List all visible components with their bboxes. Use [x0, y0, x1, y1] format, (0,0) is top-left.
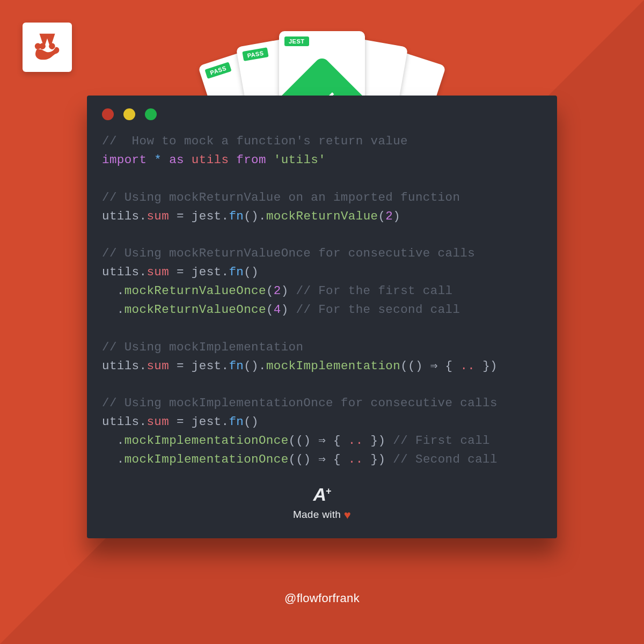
- code-dots: ..: [348, 434, 363, 448]
- code-obj: utils: [102, 265, 140, 279]
- code-string: 'utils': [274, 153, 326, 167]
- code-arrow: () ⇒ {: [408, 359, 460, 373]
- code-keyword: from: [236, 153, 266, 167]
- code-number: 2: [274, 284, 281, 298]
- code-number: 4: [274, 303, 281, 317]
- code-dots: ..: [348, 452, 363, 466]
- code-method: mockImplementationOnce: [125, 452, 289, 466]
- close-dot-icon: [102, 108, 114, 120]
- jest-icon: [31, 31, 64, 64]
- maximize-dot-icon: [145, 108, 157, 120]
- code-method: mockImplementationOnce: [125, 434, 289, 448]
- code-comment: // First call: [385, 434, 490, 448]
- code-ident: utils: [192, 153, 229, 167]
- code-comment: // For the first call: [289, 284, 453, 298]
- code-punct: }): [363, 452, 386, 466]
- editor-footer: A+ Made with ♥: [87, 484, 557, 522]
- code-punct: }): [363, 434, 386, 448]
- pass-badge: PASS: [204, 62, 231, 79]
- code-prop: sum: [147, 415, 169, 429]
- code-comment: // Second call: [385, 452, 497, 466]
- code-method: mockReturnValueOnce: [125, 284, 266, 298]
- code-arrow: (() ⇒ {: [289, 434, 348, 448]
- code-dots: ..: [460, 359, 475, 373]
- window-traffic-lights: [87, 96, 557, 126]
- code-obj: utils: [102, 415, 140, 429]
- code-method: mockReturnValue: [266, 209, 378, 223]
- jest-logo-badge: [23, 23, 72, 72]
- code-arrow: (() ⇒ {: [289, 452, 348, 466]
- code-op: *: [154, 153, 162, 167]
- code-obj: jest: [192, 415, 222, 429]
- code-obj: utils: [102, 209, 140, 223]
- jest-badge: JEST: [284, 36, 309, 46]
- code-comment: // How to mock a function's return value: [102, 134, 408, 148]
- pass-badge: PASS: [242, 47, 269, 61]
- code-editor-window: // How to mock a function's return value…: [87, 96, 557, 538]
- code-comment: // Using mockReturnValueOnce for consecu…: [102, 246, 475, 260]
- code-fn: fn: [229, 265, 244, 279]
- code-punct: }): [475, 359, 497, 373]
- code-prop: sum: [147, 209, 169, 223]
- code-comment: // Using mockReturnValue on an imported …: [102, 191, 460, 204]
- code-obj: utils: [102, 359, 140, 373]
- code-keyword: as: [169, 153, 184, 167]
- code-obj: jest: [192, 209, 222, 223]
- code-comment: // Using mockImplementationOnce for cons…: [102, 396, 497, 410]
- code-fn: fn: [229, 359, 244, 373]
- code-method: mockReturnValueOnce: [125, 303, 266, 317]
- attribution-handle: @flowforfrank: [0, 591, 644, 605]
- svg-point-0: [35, 43, 41, 49]
- minimize-dot-icon: [123, 108, 135, 120]
- code-fn: fn: [229, 209, 244, 223]
- code-comment: // Using mockImplementation: [102, 340, 303, 354]
- made-with-text: Made with ♥: [87, 508, 557, 522]
- code-prop: sum: [147, 265, 169, 279]
- aplus-logo: A+: [87, 484, 557, 505]
- code-prop: sum: [147, 359, 169, 373]
- code-number: 2: [385, 209, 393, 223]
- code-comment: // For the second call: [289, 303, 460, 317]
- code-obj: jest: [192, 265, 222, 279]
- heart-icon: ♥: [344, 508, 351, 522]
- code-obj: jest: [192, 359, 222, 373]
- code-keyword: import: [102, 153, 147, 167]
- code-method: mockImplementation: [266, 359, 400, 373]
- code-block: // How to mock a function's return value…: [87, 126, 557, 469]
- code-fn: fn: [229, 415, 244, 429]
